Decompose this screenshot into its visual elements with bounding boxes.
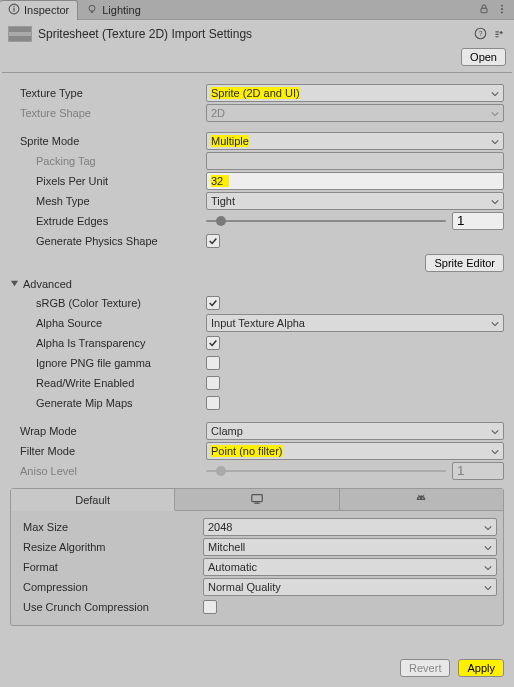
inspector-body: Texture Type Sprite (2D and UI) Texture … (0, 73, 514, 653)
platform-tab-standalone[interactable] (175, 489, 339, 511)
srgb-label: sRGB (Color Texture) (10, 297, 206, 309)
tab-lighting[interactable]: Lighting (78, 0, 149, 20)
sprite-mode-label: Sprite Mode (10, 135, 206, 147)
srgb-checkbox[interactable] (206, 296, 220, 310)
svg-rect-1 (13, 8, 14, 12)
aniso-level-label: Aniso Level (10, 465, 206, 477)
aniso-level-value (452, 462, 504, 480)
sprite-mode-dropdown[interactable]: Multiple (206, 132, 504, 150)
max-size-value: 2048 (208, 521, 232, 533)
android-icon (414, 492, 428, 508)
tab-inspector[interactable]: Inspector (0, 0, 78, 20)
revert-button[interactable]: Revert (400, 659, 450, 677)
chevron-down-icon (491, 448, 499, 456)
svg-point-6 (501, 4, 503, 6)
read-write-checkbox[interactable] (206, 376, 220, 390)
alpha-is-transparency-checkbox[interactable] (206, 336, 220, 350)
texture-shape-label: Texture Shape (10, 107, 206, 119)
read-write-label: Read/Write Enabled (10, 377, 206, 389)
pixels-per-unit-field[interactable]: 32 (206, 172, 504, 190)
sprite-editor-button[interactable]: Sprite Editor (425, 254, 504, 272)
svg-rect-12 (254, 502, 259, 503)
ignore-png-gamma-label: Ignore PNG file gamma (10, 357, 206, 369)
monitor-icon (250, 492, 264, 508)
lightbulb-icon (86, 3, 98, 17)
pixels-per-unit-value: 32 (211, 175, 229, 187)
resize-algorithm-label: Resize Algorithm (17, 541, 203, 553)
format-label: Format (17, 561, 203, 573)
generate-physics-label: Generate Physics Shape (10, 235, 206, 247)
svg-line-15 (418, 494, 419, 496)
crunch-checkbox[interactable] (203, 600, 217, 614)
wrap-mode-value: Clamp (211, 425, 243, 437)
mip-maps-label: Generate Mip Maps (10, 397, 206, 409)
packing-tag-label: Packing Tag (10, 155, 206, 167)
platform-tab-default[interactable]: Default (11, 489, 175, 511)
resize-algorithm-value: Mitchell (208, 541, 245, 553)
svg-text:?: ? (478, 29, 482, 38)
filter-mode-dropdown[interactable]: Point (no filter) (206, 442, 504, 460)
platform-tab-android[interactable] (340, 489, 503, 511)
asset-title: Spritesheet (Texture 2D) Import Settings (38, 27, 252, 41)
triangle-down-icon (10, 278, 19, 290)
chevron-down-icon (491, 198, 499, 206)
compression-dropdown[interactable]: Normal Quality (203, 578, 497, 596)
svg-point-14 (422, 497, 423, 498)
format-dropdown[interactable]: Automatic (203, 558, 497, 576)
mesh-type-dropdown[interactable]: Tight (206, 192, 504, 210)
extrude-edges-slider[interactable] (206, 212, 504, 230)
tab-inspector-label: Inspector (24, 4, 69, 16)
svg-point-3 (89, 5, 95, 11)
max-size-dropdown[interactable]: 2048 (203, 518, 497, 536)
packing-tag-field (206, 152, 504, 170)
texture-shape-value: 2D (211, 107, 225, 119)
info-icon (8, 3, 20, 17)
texture-type-dropdown[interactable]: Sprite (2D and UI) (206, 84, 504, 102)
platform-tab-default-label: Default (75, 494, 110, 506)
chevron-down-icon (484, 584, 492, 592)
menu-icon[interactable] (496, 3, 508, 17)
lock-icon[interactable] (478, 3, 490, 17)
advanced-foldout[interactable]: Advanced (10, 278, 504, 290)
compression-value: Normal Quality (208, 581, 281, 593)
svg-rect-2 (13, 6, 14, 7)
window-tabs: Inspector Lighting (0, 0, 514, 20)
resize-algorithm-dropdown[interactable]: Mitchell (203, 538, 497, 556)
svg-point-8 (501, 11, 503, 13)
max-size-label: Max Size (17, 521, 203, 533)
aniso-level-slider (206, 462, 504, 480)
ignore-png-gamma-checkbox[interactable] (206, 356, 220, 370)
svg-point-7 (501, 8, 503, 10)
chevron-down-icon (484, 564, 492, 572)
footer: Revert Apply (0, 653, 514, 687)
wrap-mode-label: Wrap Mode (10, 425, 206, 437)
preset-icon[interactable] (493, 27, 506, 42)
chevron-down-icon (491, 110, 499, 118)
texture-type-value: Sprite (2D and UI) (211, 87, 300, 99)
chevron-down-icon (491, 428, 499, 436)
format-value: Automatic (208, 561, 257, 573)
asset-thumbnail (8, 26, 32, 42)
help-icon[interactable]: ? (474, 27, 487, 42)
alpha-source-label: Alpha Source (10, 317, 206, 329)
mesh-type-value: Tight (211, 195, 235, 207)
mip-maps-checkbox[interactable] (206, 396, 220, 410)
chevron-down-icon (484, 544, 492, 552)
chevron-down-icon (491, 138, 499, 146)
svg-rect-4 (91, 11, 93, 13)
chevron-down-icon (491, 90, 499, 98)
alpha-is-transparency-label: Alpha Is Transparency (10, 337, 206, 349)
alpha-source-value: Input Texture Alpha (211, 317, 305, 329)
crunch-label: Use Crunch Compression (17, 601, 203, 613)
asset-header: Spritesheet (Texture 2D) Import Settings… (0, 20, 514, 48)
apply-button[interactable]: Apply (458, 659, 504, 677)
open-button[interactable]: Open (461, 48, 506, 66)
filter-mode-value: Point (no filter) (211, 445, 283, 457)
generate-physics-checkbox[interactable] (206, 234, 220, 248)
tab-lighting-label: Lighting (102, 4, 141, 16)
extrude-edges-value[interactable] (452, 212, 504, 230)
mesh-type-label: Mesh Type (10, 195, 206, 207)
svg-point-13 (419, 497, 420, 498)
alpha-source-dropdown[interactable]: Input Texture Alpha (206, 314, 504, 332)
wrap-mode-dropdown[interactable]: Clamp (206, 422, 504, 440)
